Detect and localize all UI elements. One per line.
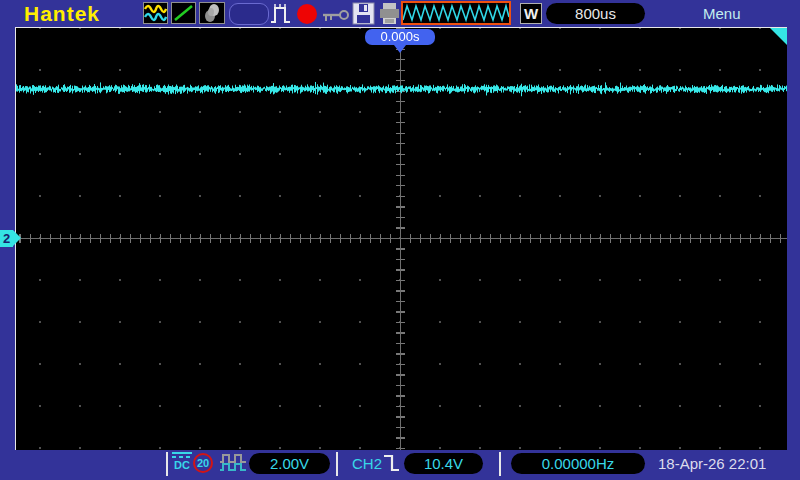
separator — [336, 452, 338, 476]
menu-button[interactable]: Menu — [703, 5, 741, 22]
oscilloscope-screen: Hantek — [0, 0, 800, 480]
print-glyph — [379, 2, 400, 25]
ch2-volts-per-div-readout[interactable]: 2.00V — [249, 453, 330, 474]
frequency-counter-readout: 0.00000Hz — [511, 453, 645, 474]
squarewave-invert-icon[interactable] — [219, 453, 247, 473]
channel2-trace — [16, 28, 787, 450]
print-icon[interactable] — [379, 2, 400, 25]
bandwidth-limit-badge[interactable]: 20 — [193, 453, 213, 473]
trigger-level-offscreen-icon — [770, 28, 787, 45]
datetime-label: 18-Apr-26 22:01 — [658, 455, 766, 472]
trigger-source-preview-wave — [403, 3, 509, 23]
acquire-mode-w-icon[interactable]: W — [520, 3, 542, 24]
channel2-marker-arrow-icon — [13, 230, 21, 246]
separator — [166, 452, 168, 476]
single-pulse-glyph — [269, 3, 293, 25]
hand-glyph — [200, 3, 224, 23]
falling-edge-icon — [383, 452, 401, 474]
graticule-area: 0.000s — [15, 27, 787, 450]
trigger-source-preview-icon[interactable] — [401, 1, 511, 25]
channel-waveforms-glyph — [144, 3, 167, 23]
squarewave-glyph — [219, 453, 247, 473]
falling-edge-glyph — [383, 452, 401, 474]
hand-icon[interactable] — [199, 2, 225, 24]
channel2-marker-label: 2 — [0, 230, 13, 247]
single-pulse-icon[interactable] — [269, 3, 293, 25]
status-box-empty — [229, 3, 269, 25]
dc-dashed-line — [172, 456, 192, 458]
measure-line-icon[interactable] — [171, 2, 196, 24]
coupling-label: DC — [174, 459, 190, 471]
key-lock-glyph — [322, 10, 350, 22]
trigger-level-readout[interactable]: 10.4V — [404, 453, 483, 474]
separator — [499, 452, 501, 476]
trigger-position-arrow-icon — [394, 45, 406, 53]
timebase-readout[interactable]: 800us — [546, 3, 645, 24]
trigger-source-label: CH2 — [352, 455, 382, 472]
measure-line-glyph — [172, 3, 195, 23]
brand-logo: Hantek — [24, 2, 100, 26]
record-icon[interactable] — [297, 4, 317, 24]
channel-waveforms-icon[interactable] — [143, 2, 168, 24]
dc-solid-line — [172, 452, 192, 454]
coupling-dc-icon[interactable]: DC — [172, 452, 192, 471]
save-floppy-icon[interactable] — [352, 2, 375, 25]
save-floppy-glyph — [352, 2, 375, 25]
key-lock-icon[interactable] — [322, 8, 350, 20]
trigger-position-marker[interactable]: 0.000s — [365, 29, 435, 45]
